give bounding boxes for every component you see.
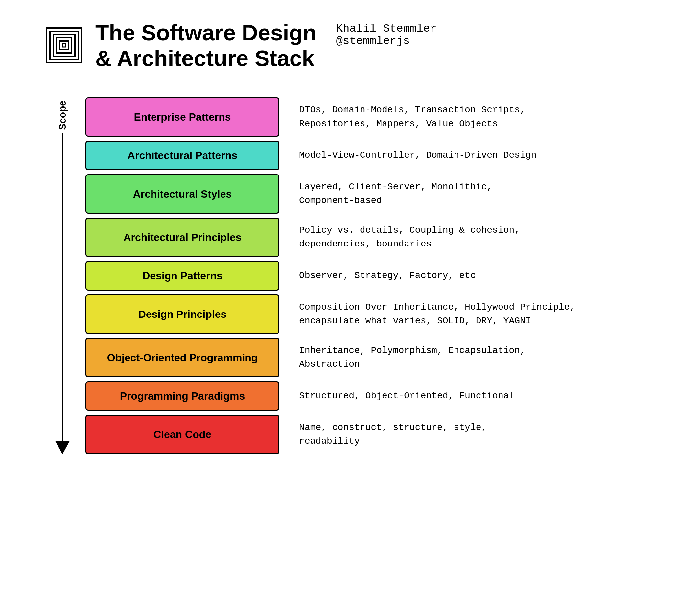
desc-text-programming-paradigms: Structured, Object-Oriented, Functional	[299, 389, 514, 403]
desc-text-design-principles: Composition Over Inheritance, Hollywood …	[299, 300, 575, 328]
desc-text-architectural-styles: Layered, Client-Server, Monolithic, Comp…	[299, 180, 492, 208]
desc-item-architectural-patterns: Model-View-Controller, Domain-Driven Des…	[299, 141, 674, 170]
svg-rect-1	[50, 31, 78, 60]
desc-item-architectural-styles: Layered, Client-Server, Monolithic, Comp…	[299, 174, 674, 214]
desc-text-oop: Inheritance, Polymorphism, Encapsulation…	[299, 344, 526, 371]
stack-item-label-oop: Object-Oriented Programming	[107, 351, 258, 364]
main-content: Scope Enterprise PatternsArchitectural P…	[46, 97, 674, 454]
desc-text-enterprise-patterns: DTOs, Domain-Models, Transaction Scripts…	[299, 103, 526, 131]
desc-item-enterprise-patterns: DTOs, Domain-Models, Transaction Scripts…	[299, 97, 674, 137]
desc-item-programming-paradigms: Structured, Object-Oriented, Functional	[299, 381, 674, 411]
page-title: The Software Design & Architecture Stack	[95, 20, 317, 71]
stack-item-label-enterprise-patterns: Enterprise Patterns	[134, 111, 231, 123]
stack-item-programming-paradigms: Programming Paradigms	[86, 381, 279, 411]
svg-rect-4	[60, 41, 68, 50]
stack-item-label-architectural-patterns: Architectural Patterns	[127, 149, 237, 162]
svg-rect-3	[56, 38, 72, 53]
desc-text-architectural-principles: Policy vs. details, Coupling & cohesion,…	[299, 224, 520, 251]
stack-item-architectural-patterns: Architectural Patterns	[86, 141, 279, 170]
svg-rect-5	[63, 44, 66, 47]
desc-item-oop: Inheritance, Polymorphism, Encapsulation…	[299, 338, 674, 377]
desc-text-clean-code: Name, construct, structure, style, reada…	[299, 421, 487, 448]
stack-column: Enterprise PatternsArchitectural Pattern…	[86, 97, 279, 454]
desc-item-architectural-principles: Policy vs. details, Coupling & cohesion,…	[299, 217, 674, 257]
desc-item-design-patterns: Observer, Strategy, Factory, etc	[299, 261, 674, 290]
arrow-line	[62, 134, 64, 441]
stack-item-label-architectural-principles: Architectural Principles	[123, 231, 241, 244]
author-name: Khalil Stemmler	[336, 22, 437, 35]
scope-column: Scope	[46, 97, 79, 454]
desc-item-design-principles: Composition Over Inheritance, Hollywood …	[299, 295, 674, 334]
stack-item-label-design-patterns: Design Patterns	[142, 269, 223, 282]
stack-item-clean-code: Clean Code	[86, 415, 279, 454]
arrow-head-icon	[55, 441, 70, 454]
desc-text-design-patterns: Observer, Strategy, Factory, etc	[299, 269, 476, 283]
stack-item-architectural-principles: Architectural Principles	[86, 217, 279, 257]
header: The Software Design & Architecture Stack…	[46, 20, 674, 71]
stack-item-design-principles: Design Principles	[86, 295, 279, 334]
stack-item-label-programming-paradigms: Programming Paradigms	[120, 390, 245, 402]
stack-item-architectural-styles: Architectural Styles	[86, 174, 279, 214]
logo-icon	[46, 27, 82, 64]
stack-item-enterprise-patterns: Enterprise Patterns	[86, 97, 279, 137]
descriptions-column: DTOs, Domain-Models, Transaction Scripts…	[299, 97, 674, 454]
scope-arrow	[55, 134, 70, 454]
author-handle: @stemmlerjs	[336, 35, 437, 47]
svg-rect-0	[47, 28, 81, 63]
stack-item-label-architectural-styles: Architectural Styles	[133, 187, 232, 201]
stack-item-design-patterns: Design Patterns	[86, 261, 279, 290]
author-block: Khalil Stemmler @stemmlerjs	[336, 20, 437, 47]
desc-text-architectural-patterns: Model-View-Controller, Domain-Driven Des…	[299, 148, 537, 162]
desc-item-clean-code: Name, construct, structure, style, reada…	[299, 415, 674, 454]
stack-item-oop: Object-Oriented Programming	[86, 338, 279, 377]
stack-item-label-clean-code: Clean Code	[154, 428, 211, 441]
scope-label: Scope	[57, 100, 68, 130]
title-block: The Software Design & Architecture Stack…	[95, 20, 437, 71]
stack-item-label-design-principles: Design Principles	[138, 308, 227, 321]
